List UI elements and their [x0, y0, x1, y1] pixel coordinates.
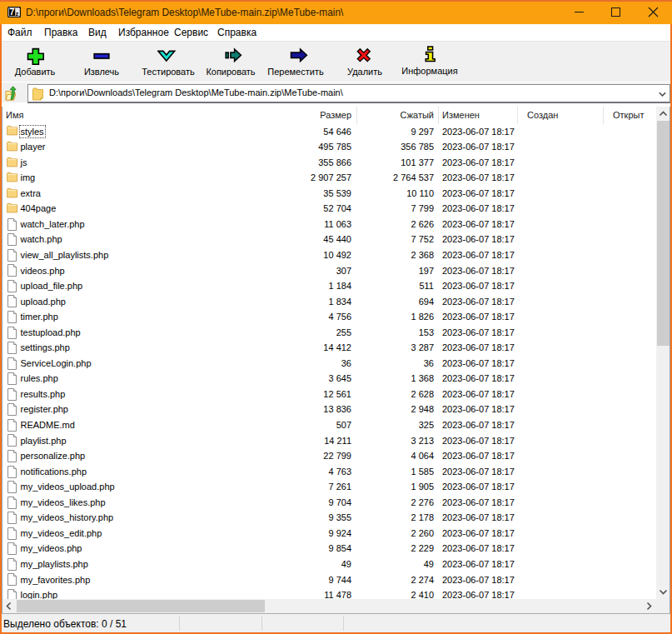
svg-text:7: 7	[10, 7, 15, 17]
svg-text:z: z	[16, 10, 19, 17]
